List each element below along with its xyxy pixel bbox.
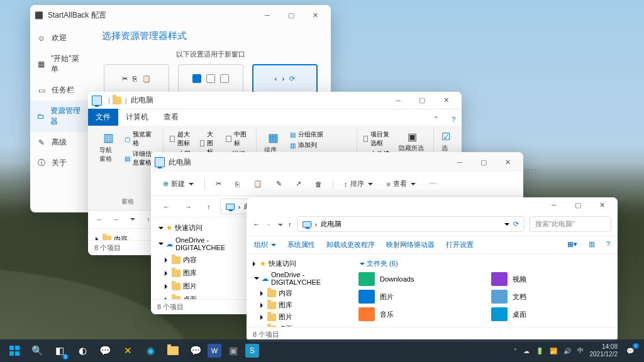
tray-cloud-icon[interactable]: ☁ (523, 348, 530, 354)
up-button[interactable]: ↑ (288, 221, 292, 228)
refresh-icon[interactable]: ⟳ (513, 220, 519, 228)
groupby-button[interactable]: ▤分组依据 (289, 129, 352, 140)
maximize-button[interactable]: ▢ (472, 153, 496, 171)
tree-item[interactable]: 图片 (156, 280, 247, 293)
maximize-button[interactable]: ▢ (410, 92, 434, 109)
view-button[interactable]: ≡ 查看 (381, 176, 421, 192)
maximize-button[interactable]: ▢ (566, 197, 590, 214)
titlebar[interactable]: ⬛ StartAllBack 配置 ─ ▢ ✕ (30, 5, 331, 25)
back-button[interactable]: ← (93, 213, 106, 226)
forward-button[interactable]: → (265, 221, 272, 228)
menu-settings[interactable]: 打开设置 (446, 240, 474, 250)
menu-mapdrive[interactable]: 映射网络驱动器 (386, 240, 435, 250)
layout-xl[interactable]: 超大图标 (169, 129, 195, 148)
close-button[interactable]: ✕ (434, 92, 458, 109)
nav-pane-button[interactable]: ▥导航窗格 (97, 129, 119, 165)
close-button[interactable]: ✕ (590, 197, 614, 214)
start-button[interactable] (4, 341, 25, 360)
menu-uninstall[interactable]: 卸载或更改程序 (326, 240, 375, 250)
minimize-button[interactable]: ─ (542, 197, 566, 214)
minimize-button[interactable]: ─ (386, 92, 410, 109)
app-generic[interactable]: ▣ (223, 341, 244, 360)
sidebar-item-explorer[interactable]: 🗀资源管理器 (30, 101, 91, 132)
folder-item[interactable]: 视频 (491, 272, 611, 286)
minimize-button[interactable]: ─ (448, 153, 472, 171)
folder-item[interactable]: Downloads (358, 272, 479, 286)
up-button[interactable]: ↑ (201, 200, 216, 214)
paste-button[interactable]: 📋 (248, 177, 268, 191)
tree-item[interactable]: 图库 (252, 299, 347, 311)
sidebar-item-about[interactable]: ⓘ关于 (30, 153, 91, 173)
sidebar-item-advanced[interactable]: ✎高级 (30, 132, 91, 153)
search-button[interactable]: 🔍 (26, 341, 48, 360)
app-explorer[interactable] (162, 341, 184, 360)
tree-onedrive[interactable]: ☁OneDrive - DIGITALYCHEE (252, 270, 347, 287)
sidebar-item-startmenu[interactable]: ▦"开始"菜单 (30, 48, 91, 80)
folder-item[interactable]: 桌面 (491, 307, 611, 321)
more-button[interactable]: ⋯ (424, 177, 442, 191)
close-button[interactable]: ✕ (496, 153, 519, 171)
maximize-button[interactable]: ▢ (279, 6, 303, 24)
tree-item[interactable]: 图库 (156, 266, 247, 280)
minimize-button[interactable]: ─ (255, 6, 279, 24)
widgets-button[interactable]: ◐ (72, 341, 93, 360)
tab-file[interactable]: 文件 (88, 109, 118, 126)
address-bar[interactable]: ›此电脑⟳ (297, 216, 525, 232)
ribbon-collapse-button[interactable]: ⌃ (427, 112, 445, 126)
chk-checkboxes[interactable]: 项目复选框 (362, 129, 393, 148)
view-mode-button[interactable]: ▦▾ (567, 240, 577, 250)
search-input[interactable]: 搜索"此电脑" (530, 216, 611, 232)
forward-button[interactable]: → (179, 200, 197, 214)
sidebar-item-taskbar[interactable]: ▭任务栏 (30, 80, 91, 101)
cut-button[interactable]: ✂ (210, 177, 227, 191)
taskview-button[interactable]: ◧3 (49, 341, 70, 360)
tray-wifi-icon[interactable]: 📶 (550, 348, 557, 354)
pane-button[interactable]: ▥ (589, 240, 595, 250)
tab-computer[interactable]: 计算机 (118, 109, 156, 126)
rename-button[interactable]: ✎ (270, 177, 287, 191)
new-button[interactable]: ⊕新建 (157, 176, 199, 192)
app-edge[interactable]: ◉ (140, 341, 161, 360)
tree-quick[interactable]: ★快速访问 (156, 221, 247, 234)
app-chat[interactable]: 💬 (94, 341, 116, 360)
layout-m[interactable]: 中图标 (225, 129, 251, 148)
help-button[interactable]: ? (445, 113, 462, 126)
menu-props[interactable]: 系统属性 (287, 240, 315, 250)
recent-button[interactable] (126, 213, 138, 226)
app-wechat[interactable]: 💬 (185, 341, 206, 360)
close-button[interactable]: ✕ (303, 6, 327, 24)
tray-battery-icon[interactable]: 🔋 (536, 348, 543, 354)
tray-clock[interactable]: 14:08 2021/12/2 (590, 343, 618, 358)
tab-view[interactable]: 查看 (156, 109, 186, 126)
folder-item[interactable]: 音乐 (358, 307, 479, 321)
forward-button[interactable]: → (109, 213, 122, 226)
tree-quick[interactable]: ★快速访问 (252, 258, 347, 270)
share-button[interactable]: ↗ (290, 177, 307, 191)
copy-button[interactable]: ⎘ (230, 177, 245, 191)
folder-section-header[interactable]: 文件夹 (6) (358, 258, 611, 272)
tray-overflow[interactable]: ˄ (514, 348, 517, 354)
folder-item[interactable]: 图片 (358, 290, 479, 304)
tree-item[interactable]: 内容 (156, 253, 247, 266)
menu-organize[interactable]: 组织 (254, 240, 276, 250)
preview-pane-button[interactable]: ▢预览窗格 (123, 129, 158, 148)
app-xyplorer[interactable]: ✕ (117, 341, 138, 360)
help-button[interactable]: ? (606, 240, 610, 250)
back-button[interactable]: ← (253, 221, 260, 228)
pc-icon (155, 157, 165, 167)
tree-item[interactable]: 图片 (252, 311, 347, 323)
sort-button[interactable]: ↕ 排序 (338, 176, 379, 192)
addcol-button[interactable]: ▥添加列 (289, 140, 352, 150)
tree-onedrive[interactable]: ☁OneDrive - DIGITALYCHEE (156, 234, 247, 253)
tree-item[interactable]: 内容 (252, 287, 347, 299)
tray-ime[interactable]: 中 (577, 346, 584, 355)
folder-item[interactable]: 文档 (491, 290, 611, 304)
tray-notifications[interactable]: 💬9 (624, 344, 636, 357)
delete-button[interactable]: 🗑 (309, 177, 328, 191)
app-word[interactable]: W (208, 344, 221, 358)
recent-button[interactable] (277, 221, 283, 228)
tray-volume-icon[interactable]: 🔊 (564, 348, 571, 354)
app-snagit[interactable]: S (245, 344, 259, 358)
back-button[interactable]: ← (157, 200, 175, 214)
sidebar-item-welcome[interactable]: ☺欢迎 (30, 28, 91, 48)
